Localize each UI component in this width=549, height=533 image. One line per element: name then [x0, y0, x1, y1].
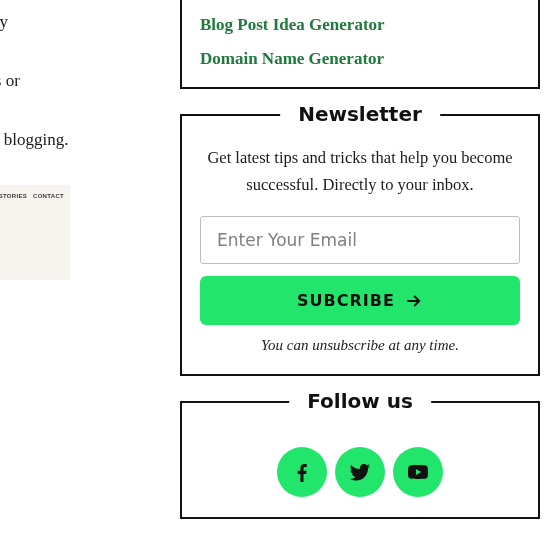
article-paragraph: erate a inch Of business, blogging. — [0, 126, 170, 155]
sidebar: Blog Post Idea Generator Domain Name Gen… — [180, 0, 540, 533]
social-row — [200, 447, 520, 497]
thumb-nav-item: STORIES — [0, 193, 27, 199]
email-input[interactable] — [200, 216, 520, 264]
twitter-icon — [348, 460, 372, 484]
widget-title: Follow us — [289, 389, 431, 413]
article-paragraph: person who ably precisely — [0, 8, 170, 37]
facebook-button[interactable] — [277, 447, 327, 497]
widget-title: Newsletter — [280, 102, 440, 126]
unsubscribe-note: You can unsubscribe at any time. — [200, 337, 520, 354]
tool-link-domain-name[interactable]: Domain Name Generator — [200, 49, 520, 69]
follow-widget: Follow us — [180, 401, 540, 519]
thumbnail-preview: STORIES CONTACT hom ght ts ★ — [0, 185, 70, 280]
arrow-right-icon — [405, 292, 423, 310]
tools-widget: Blog Post Idea Generator Domain Name Gen… — [180, 0, 540, 89]
twitter-button[interactable] — [335, 447, 385, 497]
youtube-button[interactable] — [393, 447, 443, 497]
article-paragraph: sive way to even big ucts or — [0, 67, 170, 96]
thumb-nav-item: CONTACT — [33, 193, 64, 199]
star-icon: ★ — [0, 232, 64, 244]
youtube-icon — [406, 460, 430, 484]
facebook-icon — [290, 460, 314, 484]
subscribe-button[interactable]: SUBCRIBE — [200, 276, 520, 325]
newsletter-widget: Newsletter Get latest tips and tricks th… — [180, 114, 540, 376]
newsletter-description: Get latest tips and tricks that help you… — [200, 144, 520, 198]
tool-link-blog-idea[interactable]: Blog Post Idea Generator — [200, 15, 520, 35]
article-fragment: person who ably precisely sive way to ev… — [0, 0, 170, 533]
